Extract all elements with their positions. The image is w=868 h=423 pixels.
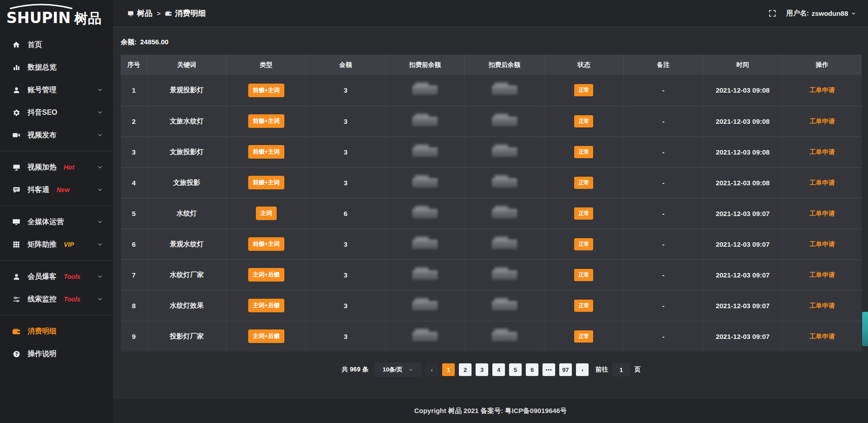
cell-action: 工单申请 [783, 290, 862, 321]
menu-divider [0, 260, 113, 261]
cell-index: 9 [121, 321, 147, 352]
ticket-request-link[interactable]: 工单申请 [810, 333, 835, 340]
page-button-6[interactable]: 6 [526, 363, 538, 376]
user-icon [12, 273, 21, 281]
cell-keyword: 景观水纹灯 [147, 229, 226, 259]
page-button-97[interactable]: 97 [559, 363, 572, 376]
ticket-request-link[interactable]: 工单申请 [810, 271, 835, 278]
cell-balance-before [385, 198, 465, 229]
page-button-1[interactable]: 1 [442, 363, 455, 376]
balance-label: 余额: [121, 38, 137, 47]
sidebar-item-consumption-details[interactable]: 消费明细 [0, 320, 113, 343]
ticket-request-link[interactable]: 工单申请 [810, 302, 835, 309]
sidebar-item-home[interactable]: 首页 [0, 33, 113, 56]
col-action: 操作 [783, 55, 862, 75]
ticket-request-link[interactable]: 工单申请 [810, 86, 835, 94]
breadcrumb-current[interactable]: 消费明细 [165, 8, 206, 19]
cell-type: 主词+后缀 [226, 321, 306, 352]
floating-widget[interactable] [862, 312, 868, 346]
chevron-down-icon [851, 11, 856, 16]
cell-remark: - [623, 106, 703, 136]
app-icon [127, 10, 134, 17]
cell-time: 2021-12-03 09:08 [703, 136, 783, 167]
blurred-value [492, 332, 517, 341]
page-button-3[interactable]: 3 [476, 363, 488, 376]
cell-balance-before [385, 106, 465, 136]
user-menu[interactable]: 用户名: zswodun88 [786, 9, 856, 18]
sliders-icon [12, 296, 21, 303]
blurred-value [492, 178, 517, 188]
sidebar-item-lead-monitor[interactable]: 线索监控 Tools [0, 288, 113, 310]
blurred-value [412, 332, 438, 341]
sidebar-item-instructions[interactable]: ? 操作说明 [0, 343, 113, 365]
fullscreen-icon[interactable] [769, 9, 776, 17]
cell-keyword: 文旅投影灯 [147, 136, 226, 167]
total-count: 共 969 条 [342, 366, 368, 374]
blurred-value [492, 85, 517, 95]
sidebar-item-account-mgmt[interactable]: 账号管理 [0, 79, 113, 101]
prev-page-button[interactable]: ‹ [425, 363, 438, 376]
copyright-text: Copyright 树品 2021 备案号: 粤ICP备09019646号 [414, 407, 567, 415]
cell-amount: 3 [306, 75, 386, 106]
cell-status: 正常 [544, 167, 624, 198]
cell-balance-after [465, 106, 544, 136]
sidebar-item-omni-media[interactable]: 全媒体运营 [0, 211, 113, 233]
ticket-request-link[interactable]: 工单申请 [810, 118, 835, 125]
cell-status: 正常 [544, 106, 624, 136]
ticket-request-link[interactable]: 工单申请 [810, 179, 835, 186]
question-icon: ? [12, 350, 21, 358]
cell-balance-before [385, 321, 465, 352]
type-badge: 主词 [256, 207, 277, 220]
table-row: 2 文旅水纹灯 前缀+主词 3 正常 - 2021-12-03 09:08 工单… [121, 106, 862, 136]
sidebar-item-matrix-boost[interactable]: 矩阵助推 VIP [0, 233, 113, 256]
goto-page-input[interactable]: 1 [612, 363, 630, 376]
menu-divider [0, 315, 113, 315]
sidebar-item-video-publish[interactable]: 视频发布 [0, 124, 113, 146]
cell-balance-before [385, 75, 465, 106]
cell-balance-after [465, 75, 544, 106]
breadcrumb-home[interactable]: 树品 [127, 8, 152, 19]
ticket-request-link[interactable]: 工单申请 [810, 148, 835, 155]
blurred-value [412, 301, 438, 310]
status-badge: 正常 [574, 177, 593, 189]
next-page-button[interactable]: › [576, 363, 589, 376]
sidebar-item-data-overview[interactable]: 数据总览 [0, 56, 113, 79]
cell-remark: - [623, 290, 703, 321]
cell-index: 2 [121, 106, 147, 136]
breadcrumb: 树品 > 消费明细 [127, 8, 206, 19]
cell-remark: - [623, 229, 703, 259]
page-size-select[interactable]: 10条/页 [374, 362, 421, 377]
cell-amount: 3 [306, 290, 386, 321]
cell-remark: - [623, 136, 703, 167]
cell-action: 工单申请 [783, 259, 862, 290]
type-badge: 前缀+主词 [248, 145, 284, 159]
sidebar-item-label: 矩阵助推 [28, 240, 57, 249]
cell-status: 正常 [544, 321, 624, 352]
page-button-5[interactable]: 5 [509, 363, 522, 376]
sidebar-item-douyin-seo[interactable]: 抖音SEO [0, 101, 113, 124]
ticket-request-link[interactable]: 工单申请 [810, 210, 835, 217]
page-button-2[interactable]: 2 [459, 363, 472, 376]
cell-balance-after [465, 259, 544, 290]
cell-type: 前缀+主词 [226, 136, 306, 167]
sidebar-item-video-heat[interactable]: 视频加热 Hot [0, 156, 113, 179]
ticket-request-link[interactable]: 工单申请 [810, 240, 835, 248]
balance-value: 24856.00 [140, 38, 169, 47]
sidebar-item-label: 账号管理 [28, 85, 57, 95]
sidebar-item-label: 会员爆客 [28, 272, 57, 282]
sidebar-item-member-burst[interactable]: 会员爆客 Tools [0, 265, 113, 288]
cell-status: 正常 [544, 198, 624, 229]
topbar: 树品 > 消费明细 用户名: zswodun88 [113, 0, 868, 27]
page-size-value: 10条/页 [383, 366, 403, 374]
blurred-value [412, 117, 438, 126]
sidebar-item-label: 数据总览 [28, 63, 57, 72]
blurred-value [412, 270, 438, 280]
sidebar-item-douketong[interactable]: 抖客通 New [0, 179, 113, 201]
type-badge: 前缀+主词 [248, 114, 284, 128]
blurred-value [492, 147, 517, 157]
page-button-4[interactable]: 4 [492, 363, 505, 376]
cell-type: 主词+后缀 [226, 259, 306, 290]
blurred-value [412, 178, 438, 188]
cell-balance-before [385, 229, 465, 259]
more-pages-button[interactable]: ••• [542, 363, 555, 376]
